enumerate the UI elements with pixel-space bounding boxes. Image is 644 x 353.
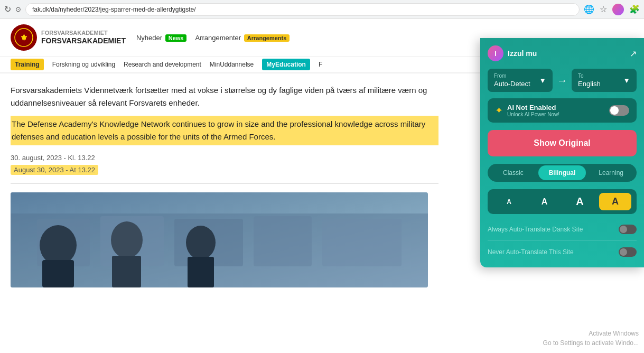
logo-text: FORSVARSAKADEMIET FORSVARSAKADEMIET — [41, 30, 126, 45]
auto-translate-always-label: Always Auto-Translate Dansk Site — [488, 226, 583, 233]
browser-toolbar-icons: 🌐 ☆ 🧩 — [584, 4, 640, 15]
ai-unlock-label: Unlock AI Power Now! — [507, 112, 559, 117]
logo-name: FORSVARSAKADEMIET — [41, 36, 126, 45]
nav-nyheder[interactable]: Nyheder News — [136, 34, 187, 42]
from-dropdown-arrow: ▼ — [539, 76, 546, 85]
panel-user: I Izzul mu — [488, 45, 537, 61]
panel-avatar: I — [488, 45, 503, 61]
font-size-highlight[interactable]: A — [599, 193, 631, 210]
svg-rect-12 — [112, 256, 141, 287]
show-original-button[interactable]: Show Original — [488, 130, 637, 156]
article-date-translated: August 30, 2023 - At 13.22 — [11, 165, 98, 175]
from-label: From — [494, 73, 530, 79]
ai-toggle-row: ✦ AI Not Enabled Unlock AI Power Now! — [488, 98, 637, 123]
url-text: fak.dk/da/nyheder/2023/jeg-sparrer-med-d… — [32, 6, 196, 13]
panel-header: I Izzul mu ↗ — [488, 45, 637, 61]
auto-translate-never-label: Never Auto-Translate This Site — [488, 248, 574, 256]
article-translated-text: The Defense Academy's Knowledge Network … — [11, 116, 438, 145]
subnav-research[interactable]: Research and development — [124, 59, 201, 70]
arrow-right-icon: → — [557, 75, 567, 87]
toggle-knob — [610, 106, 619, 115]
auto-translate-always-toggle[interactable] — [619, 225, 637, 234]
secure-icon: ⊙ — [15, 5, 21, 13]
browser-chrome: ↻ ⊙ fak.dk/da/nyheder/2023/jeg-sparrer-m… — [0, 0, 644, 19]
font-size-small[interactable]: A — [493, 195, 525, 209]
svg-point-13 — [186, 226, 216, 259]
tab-learning[interactable]: Learning — [587, 165, 635, 180]
mode-tabs: Classic Bilingual Learning — [488, 164, 637, 182]
to-value: English — [578, 80, 601, 88]
article-image — [11, 192, 428, 287]
ai-not-enabled-label: AI Not Enabled — [507, 104, 559, 112]
article-divider — [11, 183, 438, 184]
from-value: Auto-Detect — [494, 80, 530, 88]
logo-emblem: ⚜ — [11, 24, 37, 51]
profile-avatar[interactable] — [612, 4, 624, 15]
font-size-large[interactable]: A — [564, 192, 596, 211]
external-link-icon[interactable]: ↗ — [630, 49, 637, 59]
ai-toggle-switch[interactable] — [609, 105, 629, 116]
ai-toggle-text-block: AI Not Enabled Unlock AI Power Now! — [507, 104, 559, 117]
translation-panel: I Izzul mu ↗ From Auto-Detect ▼ → To Eng… — [480, 38, 644, 267]
subnav-myeducation[interactable]: MyEducation — [262, 59, 310, 70]
translate-icon[interactable]: 🌐 — [584, 4, 594, 14]
auto-translate-never-toggle[interactable] — [619, 247, 637, 257]
font-size-row: A A A A — [488, 189, 637, 214]
logo-area: ⚜ FORSVARSAKADEMIET FORSVARSAKADEMIET — [11, 24, 126, 51]
website-content: ⚜ FORSVARSAKADEMIET FORSVARSAKADEMIET Ny… — [0, 19, 644, 353]
ai-star-icon: ✦ — [495, 105, 503, 116]
svg-rect-7 — [254, 216, 312, 266]
bookmark-icon[interactable]: ☆ — [600, 4, 607, 14]
article-area: Forsvarsakademiets Vidennetværk fortsætt… — [0, 73, 449, 287]
auto-translate-never-row: Never Auto-Translate This Site — [488, 244, 637, 260]
subnav-f[interactable]: F — [319, 59, 322, 70]
toggle-knob-never — [620, 248, 627, 256]
subnav-minuddannelse[interactable]: MinUddannelse — [210, 59, 254, 70]
nav-arrangementer[interactable]: Arrangementer Arrangements — [195, 34, 290, 42]
from-language-select[interactable]: From Auto-Detect ▼ — [488, 69, 553, 92]
svg-rect-8 — [322, 219, 402, 266]
activate-windows-watermark: Activate Windows Go to Settings to activ… — [543, 329, 639, 348]
svg-rect-14 — [188, 257, 214, 287]
subnav-forskning[interactable]: Forskning og udvikling — [52, 59, 115, 70]
article-danish-text: Forsvarsakademiets Vidennetværk fortsætt… — [11, 84, 438, 109]
divider — [488, 240, 637, 241]
tab-classic[interactable]: Classic — [489, 165, 537, 180]
extensions-icon[interactable]: 🧩 — [629, 4, 640, 14]
reload-icon[interactable]: ↻ — [4, 4, 11, 14]
tab-bilingual[interactable]: Bilingual — [538, 165, 586, 180]
to-language-select[interactable]: To English ▼ — [572, 69, 637, 92]
watermark-line2: Go to Settings to activate Windo... — [543, 338, 639, 348]
article-date-danish: 30. august, 2023 - Kl. 13.22 — [11, 154, 438, 162]
ai-toggle-left: ✦ AI Not Enabled Unlock AI Power Now! — [495, 104, 559, 117]
lang-row: From Auto-Detect ▼ → To English ▼ — [488, 69, 637, 92]
font-size-medium[interactable]: A — [528, 194, 561, 210]
watermark-line1: Activate Windows — [543, 329, 639, 338]
url-bar[interactable]: fak.dk/da/nyheder/2023/jeg-sparrer-med-d… — [25, 3, 580, 16]
svg-rect-10 — [42, 260, 74, 287]
subnav-training[interactable]: Training — [11, 59, 44, 70]
auto-translate-always-row: Always Auto-Translate Dansk Site — [488, 221, 637, 237]
to-label: To — [578, 73, 601, 79]
to-dropdown-arrow: ▼ — [623, 76, 630, 85]
svg-point-11 — [111, 221, 143, 258]
svg-point-9 — [40, 225, 77, 265]
toggle-knob-always — [620, 226, 627, 233]
panel-username: Izzul mu — [508, 49, 537, 58]
svg-text:⚜: ⚜ — [20, 33, 27, 42]
